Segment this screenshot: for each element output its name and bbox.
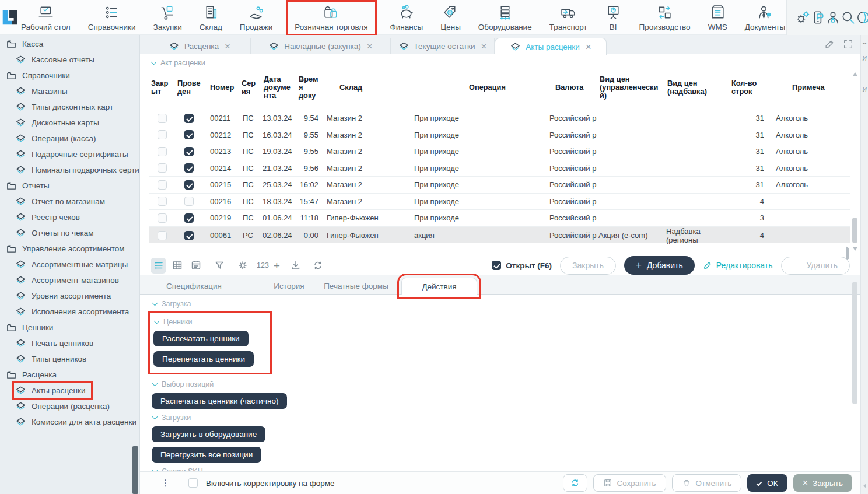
- sidebar-group-spravochniki[interactable]: Справочники: [0, 68, 139, 83]
- sidebar-scrollbar-thumb[interactable]: [132, 446, 138, 494]
- sidebar-item[interactable]: Подарочные сертификаты: [0, 146, 139, 162]
- card-view-button[interactable]: [188, 258, 204, 274]
- closed-checkbox[interactable]: [158, 213, 167, 223]
- sidebar-item[interactable]: Реестр чеков: [0, 209, 139, 225]
- col-header-price-kind[interactable]: Вид цен (управленческий): [597, 75, 665, 100]
- col-header-warehouse[interactable]: Склад: [323, 83, 411, 92]
- close-icon[interactable]: ×: [367, 41, 373, 51]
- col-header-closed[interactable]: Закрыт: [149, 79, 175, 96]
- sidebar-item[interactable]: Комиссии для акта расценки: [0, 414, 139, 430]
- table-row[interactable]: 00215 ПС 25.03.24 16:02 Магазин 2 При пр…: [149, 177, 850, 194]
- table-row[interactable]: 00216 ПС 18.03.24 15:47 Магазин 2 При пр…: [149, 194, 850, 211]
- sidebar-item[interactable]: Дисконтные карты: [0, 115, 139, 131]
- fullscreen-icon[interactable]: [843, 39, 853, 50]
- print-price-tags-partial-button[interactable]: Распечатать ценники (частично): [152, 393, 287, 409]
- table-row-selected[interactable]: 00061 РС 02.06.24 0:00 Гипер-Фьюжен акци…: [149, 227, 850, 244]
- menu-item-finance[interactable]: Финансы: [389, 3, 425, 33]
- col-header-series[interactable]: Серия: [239, 79, 261, 96]
- sidebar-group-otchety[interactable]: Отчеты: [0, 178, 139, 194]
- scrollbar-thumb[interactable]: [852, 218, 858, 243]
- theme-circle-icon[interactable]: [856, 10, 868, 25]
- sidebar-item[interactable]: Операции (касса): [0, 131, 139, 146]
- section-zagruzka[interactable]: Загрузка: [153, 300, 840, 308]
- open-f6-checkbox[interactable]: Открыт (F6): [492, 261, 552, 270]
- sidebar-item[interactable]: Отчет по магазинам: [0, 194, 139, 209]
- col-header-currency[interactable]: Валюта: [546, 83, 597, 92]
- table-row[interactable]: 00213 ПС 19.03.24 9:55 Магазин 2 При при…: [149, 143, 850, 160]
- posted-checkbox[interactable]: [184, 213, 194, 223]
- close-icon[interactable]: ×: [586, 42, 592, 52]
- menu-item-wms[interactable]: WMS: [707, 3, 729, 33]
- closed-checkbox[interactable]: [158, 147, 167, 156]
- scroll-up-icon[interactable]: [853, 72, 858, 76]
- scroll-down-icon[interactable]: [853, 247, 858, 251]
- close-form-button[interactable]: ×Закрыть: [793, 474, 852, 492]
- ok-button[interactable]: ОК: [747, 474, 787, 492]
- tab-specification[interactable]: Спецификация: [158, 278, 230, 294]
- add-column-button[interactable]: +: [274, 260, 280, 271]
- posted-checkbox[interactable]: [184, 130, 194, 139]
- col-header-number[interactable]: Номер: [203, 83, 239, 92]
- col-header-operation[interactable]: Операция: [411, 83, 546, 92]
- sidebar-group-rascenka[interactable]: Расценка: [0, 367, 139, 383]
- strip-label[interactable]: И: [862, 87, 866, 93]
- add-button[interactable]: +Добавить: [624, 256, 695, 275]
- menu-item-production[interactable]: Производство: [638, 3, 692, 33]
- sidebar-item[interactable]: Номиналы подарочных сертифика: [0, 162, 139, 178]
- table-row[interactable]: 00211 ПС 13.03.24 9:54 Магазин 2 При при…: [149, 110, 850, 127]
- search-icon[interactable]: [841, 10, 856, 25]
- col-header-lines[interactable]: Кол-во строк: [729, 79, 770, 96]
- numbers-toggle-button[interactable]: 123: [257, 261, 269, 269]
- sidebar-item[interactable]: Операции (расценка): [0, 398, 139, 414]
- section-zagruzki[interactable]: Загрузки: [153, 414, 840, 422]
- col-header-date[interactable]: Дата документа: [261, 75, 296, 100]
- sync-button[interactable]: [310, 258, 326, 274]
- closed-checkbox[interactable]: [158, 197, 167, 206]
- refresh-button[interactable]: [563, 474, 587, 492]
- sidebar-item[interactable]: Уровни ассортимента: [0, 288, 139, 304]
- section-cenniki[interactable]: Ценники: [155, 318, 254, 326]
- download-button[interactable]: [288, 258, 304, 274]
- posted-checkbox[interactable]: [184, 114, 194, 123]
- menu-item-references[interactable]: Справочники: [87, 3, 137, 33]
- col-header-note[interactable]: Примеча: [770, 83, 850, 92]
- sidebar-item[interactable]: Ассортимент магазинов: [0, 272, 139, 288]
- h-scroll-arrows[interactable]: [863, 484, 866, 488]
- close-icon[interactable]: ×: [481, 41, 487, 51]
- posted-checkbox[interactable]: [184, 147, 194, 156]
- menu-item-desktop[interactable]: Рабочий стол: [20, 3, 72, 33]
- tab-ostatki[interactable]: Текущие остатки×: [391, 38, 495, 54]
- closed-checkbox[interactable]: [158, 180, 167, 190]
- print-price-tags-button[interactable]: Распечатать ценники: [153, 331, 249, 346]
- menu-item-equipment[interactable]: Оборудование: [477, 3, 533, 33]
- kebab-menu-icon[interactable]: ⋮: [161, 478, 170, 488]
- closed-checkbox[interactable]: [158, 163, 167, 173]
- menu-item-documents[interactable]: Документы: [744, 3, 787, 33]
- sidebar-group-cenniki[interactable]: Ценники: [0, 320, 139, 335]
- sidebar-item[interactable]: Кассовые отчеты: [0, 52, 139, 68]
- col-header-time[interactable]: Время доку: [296, 75, 323, 100]
- posted-checkbox[interactable]: [184, 163, 194, 173]
- save-button[interactable]: Сохранить: [593, 474, 666, 492]
- tab-actions[interactable]: Действия: [401, 278, 477, 295]
- actions-scrollbar[interactable]: [851, 279, 859, 467]
- user-lock-icon[interactable]: [825, 10, 841, 25]
- table-row[interactable]: 00212 ПС 16.03.24 9:55 Магазин 2 При при…: [149, 127, 850, 144]
- menu-item-prices[interactable]: Цены: [439, 3, 462, 33]
- list-view-button[interactable]: [150, 258, 166, 274]
- menu-item-sales[interactable]: Продажи: [239, 3, 274, 33]
- reprint-price-tags-button[interactable]: Перепечатать ценники: [153, 351, 254, 367]
- delete-button[interactable]: —Удалить: [781, 257, 850, 275]
- posted-checkbox[interactable]: [184, 197, 194, 206]
- strip-label[interactable]: И: [862, 55, 866, 62]
- tab-akty-rascenki[interactable]: Акты расценки×: [495, 38, 607, 55]
- sidebar-item[interactable]: Исполнения ассортимента: [0, 304, 139, 320]
- posted-checkbox[interactable]: [184, 180, 194, 190]
- phone-chat-icon[interactable]: [810, 10, 825, 25]
- sidebar-group-assortiment[interactable]: Управление ассортиментом: [0, 241, 139, 257]
- closed-checkbox[interactable]: [158, 231, 167, 240]
- settings-gears-icon[interactable]: [795, 10, 810, 25]
- sidebar-item-akty-rascenki[interactable]: Акты расценки: [0, 383, 139, 398]
- tab-rascenka[interactable]: Расценка×: [149, 38, 251, 54]
- table-scrollbar[interactable]: [851, 72, 859, 251]
